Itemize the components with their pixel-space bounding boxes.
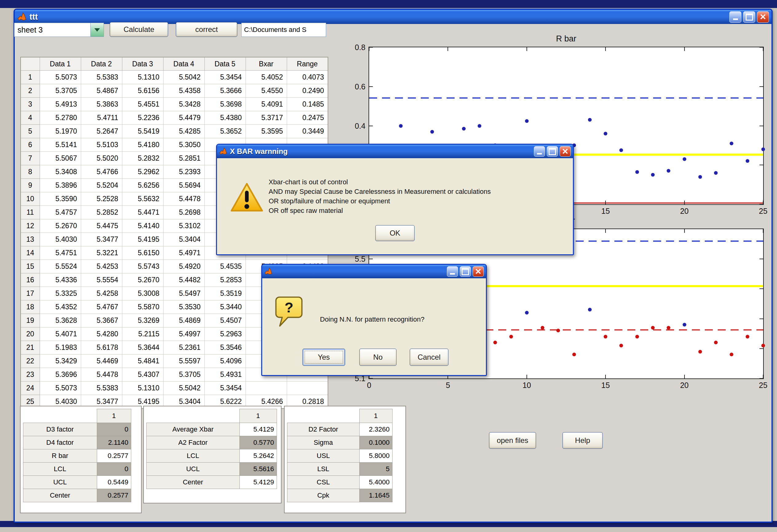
yes-button[interactable]: Yes: [303, 349, 345, 366]
data-cell[interactable]: 5.2851: [163, 152, 204, 165]
data-cell[interactable]: 5.4550: [246, 84, 287, 98]
data-cell[interactable]: 5.3408: [40, 165, 81, 179]
data-cell[interactable]: 5.5419: [122, 125, 163, 138]
row-number[interactable]: 6: [21, 138, 40, 152]
data-cell[interactable]: 5.3644: [122, 341, 163, 355]
help-button[interactable]: Help: [562, 432, 603, 449]
data-cell[interactable]: 5.1310: [122, 71, 163, 84]
data-cell[interactable]: 5.3530: [163, 300, 204, 314]
data-cell[interactable]: 5.3652: [204, 125, 246, 138]
data-cell[interactable]: 5.4551: [122, 98, 163, 111]
data-cell[interactable]: 5.3705: [163, 368, 204, 382]
column-header[interactable]: [21, 57, 40, 71]
data-cell[interactable]: 5.3698: [204, 98, 246, 111]
data-cell[interactable]: 5.2963: [204, 327, 246, 341]
data-cell[interactable]: 5.2361: [163, 341, 204, 355]
data-cell[interactable]: 5.2393: [163, 165, 204, 179]
factor-value[interactable]: 5.4129: [239, 423, 276, 436]
row-number[interactable]: 7: [21, 152, 40, 165]
data-cell[interactable]: 5.4751: [40, 246, 81, 260]
data-cell[interactable]: 5.5383: [81, 382, 122, 395]
data-cell[interactable]: [287, 382, 328, 395]
maximize-button[interactable]: [743, 11, 755, 23]
data-cell[interactable]: 5.2236: [122, 111, 163, 125]
data-cell[interactable]: 5.4997: [163, 327, 204, 341]
row-number[interactable]: 14: [21, 246, 40, 260]
factor-value[interactable]: 5.4000: [359, 476, 392, 489]
data-cell[interactable]: 5.5497: [163, 287, 204, 300]
data-cell[interactable]: 0.2475: [287, 111, 328, 125]
data-cell[interactable]: 5.3440: [204, 300, 246, 314]
row-number[interactable]: 3: [21, 98, 40, 111]
data-cell[interactable]: 5.4180: [122, 138, 163, 152]
data-cell[interactable]: 5.2528: [81, 192, 122, 206]
data-cell[interactable]: 5.4096: [204, 355, 246, 368]
factor-value[interactable]: 0.2577: [97, 489, 131, 502]
no-button[interactable]: No: [359, 349, 397, 366]
row-number[interactable]: 16: [21, 273, 40, 287]
factor-value[interactable]: 1.1645: [359, 489, 392, 502]
factor-value[interactable]: 0: [97, 462, 131, 476]
data-cell[interactable]: 5.3102: [163, 219, 204, 233]
data-cell[interactable]: 5.5743: [122, 260, 163, 273]
data-cell[interactable]: 5.4280: [81, 327, 122, 341]
data-cell[interactable]: 5.4352: [40, 300, 81, 314]
data-cell[interactable]: 5.4478: [81, 368, 122, 382]
data-cell[interactable]: 5.4258: [81, 287, 122, 300]
close-button[interactable]: ✕: [757, 11, 769, 23]
data-cell[interactable]: 5.4469: [81, 355, 122, 368]
data-cell[interactable]: 5.4913: [40, 98, 81, 111]
data-cell[interactable]: 5.4336: [40, 273, 81, 287]
row-number[interactable]: 17: [21, 287, 40, 300]
data-cell[interactable]: 5.5632: [122, 192, 163, 206]
data-cell[interactable]: 5.3667: [81, 314, 122, 327]
data-cell[interactable]: 5.2780: [40, 111, 81, 125]
data-cell[interactable]: 5.2853: [204, 273, 246, 287]
row-number[interactable]: 8: [21, 165, 40, 179]
data-cell[interactable]: 0.2490: [287, 84, 328, 98]
data-cell[interactable]: 5.5694: [163, 179, 204, 192]
factor-column-header[interactable]: 1: [359, 409, 392, 423]
maximize-button[interactable]: [460, 266, 471, 277]
data-cell[interactable]: 5.4920: [163, 260, 204, 273]
data-cell[interactable]: 5.3546: [204, 341, 246, 355]
data-cell[interactable]: 5.5524: [40, 260, 81, 273]
data-cell[interactable]: 5.3008: [122, 287, 163, 300]
data-cell[interactable]: 5.4479: [163, 111, 204, 125]
ok-button[interactable]: OK: [375, 225, 415, 241]
data-cell[interactable]: 5.1983: [40, 341, 81, 355]
factor-value[interactable]: 0.1000: [359, 436, 392, 449]
data-cell[interactable]: 5.4471: [122, 206, 163, 219]
data-cell[interactable]: 5.4140: [122, 219, 163, 233]
data-cell[interactable]: 5.1310: [122, 382, 163, 395]
factor-value[interactable]: 2.3260: [359, 423, 392, 436]
row-number[interactable]: 15: [21, 260, 40, 273]
minimize-button[interactable]: [730, 11, 741, 23]
data-cell[interactable]: 5.4253: [81, 260, 122, 273]
data-cell[interactable]: 5.4841: [122, 355, 163, 368]
data-cell[interactable]: 5.3863: [81, 98, 122, 111]
row-number[interactable]: 4: [21, 111, 40, 125]
row-number[interactable]: 21: [21, 341, 40, 355]
minimize-button[interactable]: [534, 146, 545, 157]
column-header[interactable]: Range: [287, 57, 328, 71]
data-cell[interactable]: 5.4507: [204, 314, 246, 327]
data-cell[interactable]: 5.4931: [204, 368, 246, 382]
factor-value[interactable]: 0.5449: [97, 476, 131, 489]
row-number[interactable]: 11: [21, 206, 40, 219]
data-cell[interactable]: 5.2852: [81, 206, 122, 219]
factor-value[interactable]: 5.5616: [239, 462, 276, 476]
data-cell[interactable]: 5.4030: [40, 233, 81, 246]
data-cell[interactable]: 5.3696: [40, 368, 81, 382]
row-number[interactable]: 18: [21, 300, 40, 314]
close-button[interactable]: ✕: [560, 146, 571, 157]
column-header[interactable]: Data 3: [122, 57, 163, 71]
row-number[interactable]: 10: [21, 192, 40, 206]
data-cell[interactable]: 5.2670: [40, 219, 81, 233]
data-cell[interactable]: 5.3519: [204, 287, 246, 300]
data-cell[interactable]: 5.5073: [40, 71, 81, 84]
dropdown-button[interactable]: [90, 23, 104, 36]
data-cell[interactable]: 5.5554: [81, 273, 122, 287]
data-cell[interactable]: 5.4482: [163, 273, 204, 287]
data-cell[interactable]: 5.3429: [40, 355, 81, 368]
